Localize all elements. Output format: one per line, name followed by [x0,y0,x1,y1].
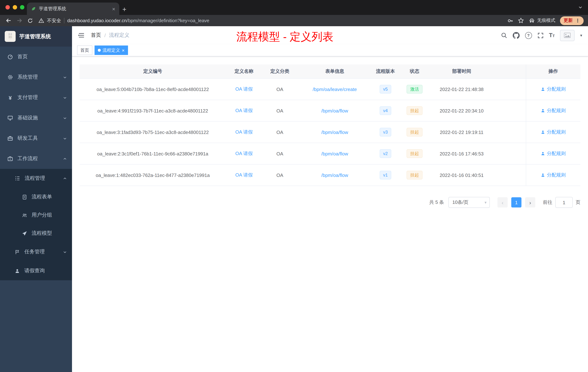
tag-close-icon[interactable]: × [122,48,125,53]
tag-home[interactable]: 首页 [77,45,92,55]
sidebar-item-process-management[interactable]: 流程管理 [0,169,72,188]
menu-dots-icon[interactable]: ⋮ [575,18,580,23]
pagination: 共 5 条 10条/页 ▾ ‹ 1 › 前往 页 [80,197,580,208]
sidebar-item-user-group[interactable]: 用户分组 [0,206,72,224]
assign-rule-button[interactable]: 分配规则 [541,86,566,92]
cell-spacer [493,164,526,186]
sidebar-item-leave-query[interactable]: 请假查询 [0,261,72,280]
reload-button[interactable] [26,17,34,25]
warning-icon [39,18,44,23]
github-icon[interactable] [513,32,519,39]
chevron-down-icon [63,136,67,140]
form-info-link[interactable]: /bpm/oa/flow [321,129,348,135]
fullscreen-icon[interactable] [537,32,544,38]
help-icon[interactable]: ? [525,32,532,39]
sidebar-item-task-management[interactable]: 任务管理 [0,242,72,261]
definition-name-link[interactable]: OA 请假 [235,151,252,156]
user-icon [541,87,545,91]
sidebar-item-label: 研发工具 [17,135,59,142]
tags-view: 首页 流程定义 × [72,44,588,56]
form-info-link[interactable]: /bpm/oa/flow [321,151,348,156]
user-icon [541,152,545,156]
prev-page-button[interactable]: ‹ [497,197,508,208]
chevron-down-icon [63,96,67,99]
update-label: 更新 [564,17,573,24]
assign-rule-button[interactable]: 分配规则 [541,172,566,178]
table-row: oa_leave:1:482ec033-762a-11ec-8477-a2380… [80,164,580,186]
user-avatar[interactable] [560,30,575,41]
tab-close-icon[interactable]: × [112,6,115,11]
chevron-down-icon [63,250,67,254]
next-page-button[interactable]: › [525,197,535,208]
cell-definition-id: oa_leave:4:991f2193-7b7f-11ec-a3c8-acde4… [80,100,226,121]
form-info-link[interactable]: /bpm/oa/flow [321,108,348,113]
browser-tab[interactable]: 芋道管理系统 × [27,2,119,15]
window-minimize-button[interactable] [13,5,17,10]
goto-page-input[interactable] [555,197,573,208]
hamburger-icon[interactable] [78,32,85,39]
definition-name-link[interactable]: OA 请假 [235,86,252,92]
cell-deploy-time: 2022-01-22 21:48:38 [430,78,493,100]
key-icon[interactable] [507,18,513,23]
security-label[interactable]: 不安全 [47,17,61,24]
sidebar-item-devtools[interactable]: 研发工具 [0,128,72,149]
form-info-link[interactable]: /bpm/oa/flow [321,172,348,178]
page-size-value: 10条/页 [452,199,468,206]
page-size-select[interactable]: 10条/页 ▾ [448,197,490,208]
tag-process-definition[interactable]: 流程定义 × [94,45,128,55]
table-row: oa_leave:3:1fad3d93-7b75-11ec-a3c8-acde4… [80,121,580,143]
search-icon[interactable] [501,32,507,39]
table-row: oa_leave:2:3c1f0ef1-76b1-11ec-9c66-a2380… [80,143,580,164]
address-bar[interactable]: 不安全 dashboard.yudao.iocoder.cn/bpm/manag… [39,17,504,24]
sidebar-item-home[interactable]: 首页 [0,47,72,67]
avatar-caret-icon[interactable]: ▾ [580,33,582,38]
column-header-form-info: 表单信息 [297,65,372,78]
update-button[interactable]: 更新 ⋮ [560,16,584,25]
cell-spacer [493,78,526,100]
definition-name-link[interactable]: OA 请假 [235,129,252,135]
process-list-icon [15,175,20,181]
logo-avatar [5,31,16,42]
cell-category: OA [262,78,297,100]
chevron-up-icon [63,157,67,161]
cell-deploy-time: 2022-01-22 20:34:10 [430,100,493,121]
definition-name-link[interactable]: OA 请假 [235,172,252,178]
url-text[interactable]: dashboard.yudao.iocoder.cn/bpm/manager/d… [67,18,209,23]
incognito-badge: 无痕模式 [529,17,555,24]
form-info-link[interactable]: /bpm/oa/leave/create [313,87,357,92]
definition-name-link[interactable]: OA 请假 [235,108,252,113]
sidebar-item-infrastructure[interactable]: 基础设施 [0,108,72,128]
infrastructure-icon [7,115,13,121]
window-close-button[interactable] [5,5,10,10]
sidebar-logo[interactable]: 芋道管理系统 [0,26,72,47]
form-icon [22,194,27,200]
sidebar-item-label: 工作流程 [17,155,59,162]
tab-search-chevron-icon[interactable] [578,5,583,10]
gear-icon [7,74,13,80]
page-number-button[interactable]: 1 [511,197,521,208]
column-header-process-version: 流程版本 [372,65,399,78]
font-size-icon[interactable]: TT [549,33,555,38]
cell-spacer [493,121,526,143]
sidebar-item-process-form[interactable]: 流程表单 [0,188,72,206]
table-header-row: 定义编号 定义名称 定义分类 表单信息 流程版本 状态 部署时间 操作 [80,65,580,78]
assign-rule-button[interactable]: 分配规则 [541,107,566,114]
page-unit-label: 页 [576,199,580,206]
window-zoom-button[interactable] [20,5,24,10]
table-row: oa_leave:5:004b710b-7b8a-11ec-8ef0-acde4… [80,78,580,100]
sidebar-item-payment[interactable]: ¥ 支付管理 [0,87,72,108]
assign-rule-button[interactable]: 分配规则 [541,150,566,157]
version-badge: v5 [379,85,391,94]
screen: 芋道管理系统 × + 不安全 dashboard.yudao.iocoder.c… [0,0,588,372]
sidebar-item-process-model[interactable]: 流程模型 [0,224,72,242]
sidebar-item-system[interactable]: 系统管理 [0,67,72,87]
bookmark-star-icon[interactable] [518,17,524,24]
sidebar-item-workflow[interactable]: 工作流程 [0,149,72,169]
assign-rule-button[interactable]: 分配规则 [541,129,566,135]
back-button[interactable] [4,17,12,25]
cell-definition-id: oa_leave:1:482ec033-762a-11ec-8477-a2380… [80,164,226,186]
forward-button[interactable] [15,17,23,25]
sidebar: 芋道管理系统 首页 系统管理 ¥ 支付管理 基础设施 [0,26,72,372]
breadcrumb-home[interactable]: 首页 [91,32,101,39]
new-tab-button[interactable]: + [119,4,129,15]
